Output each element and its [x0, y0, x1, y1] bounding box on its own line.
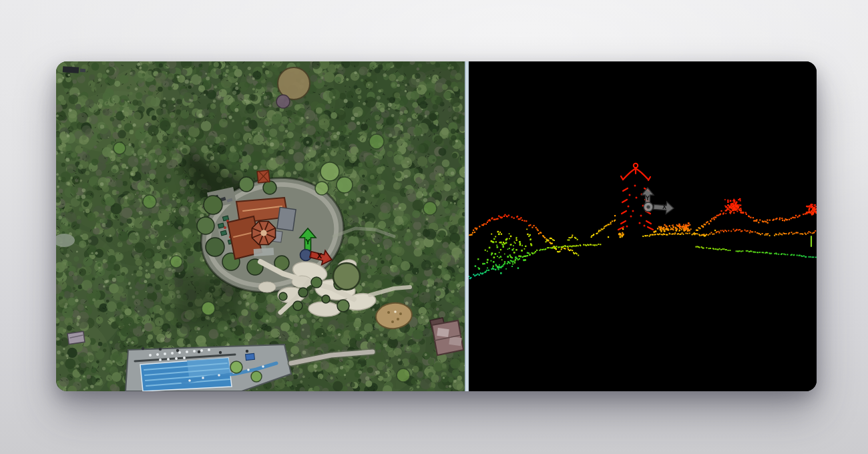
- profile-panel: Y X: [469, 61, 817, 391]
- elevation-profile-canvas[interactable]: [469, 61, 817, 391]
- orthophoto-view-canvas[interactable]: [56, 61, 465, 391]
- profile-translate-gizmo[interactable]: Y X: [637, 184, 678, 217]
- desktop-background: Y X Y X: [0, 0, 868, 454]
- orthophoto-panel: Y X: [56, 61, 465, 391]
- map-translate-gizmo[interactable]: Y X: [296, 223, 339, 267]
- pointcloud-viewer-window: Y X Y X: [56, 61, 817, 391]
